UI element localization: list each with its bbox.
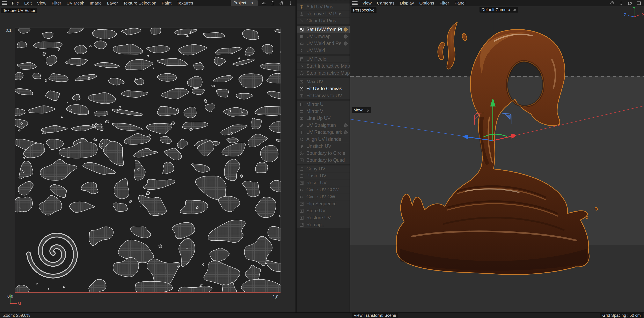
cmd-item-label: Restore UV	[306, 215, 350, 220]
mirror-u-icon	[297, 102, 306, 107]
hand-icon[interactable]	[278, 0, 284, 6]
panel-divider[interactable]	[350, 0, 350, 312]
cmd-item-label: Store UV	[306, 208, 350, 214]
cmd-item-uv-rectangularize[interactable]: UV Rectangularize	[297, 129, 350, 136]
cmd-item-max-uv[interactable]: Max UV	[297, 78, 350, 85]
gear-icon[interactable]	[342, 123, 350, 128]
project-dropdown-label: Project	[234, 0, 246, 5]
cmd-item-mirror-u[interactable]: Mirror U	[297, 101, 350, 108]
updown-icon[interactable]	[618, 0, 624, 6]
cmd-item-reset-uv[interactable]: Reset UV	[297, 180, 350, 186]
gear-icon[interactable]	[342, 130, 350, 135]
cmd-item-label: Add UV Pins	[306, 4, 350, 10]
cmd-item-restore-uv[interactable]: Restore UV	[297, 214, 350, 222]
restore-icon	[297, 216, 306, 220]
cmd-item-label: Paste UV	[306, 173, 350, 179]
menu-item-view[interactable]: View	[34, 0, 49, 6]
menu-item-texture-selection[interactable]: Texture Selection	[120, 0, 159, 6]
panel-drag-handle[interactable]	[298, 0, 348, 3]
cmd-item-uv-straighten[interactable]: UV Straighten	[297, 122, 350, 129]
menu-item-paint[interactable]: Paint	[159, 0, 174, 6]
cmd-item-uv-unwrap[interactable]: UV Unwrap	[297, 33, 350, 40]
cmd-item-remap[interactable]: Remap...	[297, 222, 350, 228]
gear-icon[interactable]	[342, 34, 350, 39]
clear-icon	[297, 18, 306, 24]
histogram-icon[interactable]	[261, 0, 266, 6]
unlock-icon[interactable]	[270, 0, 275, 6]
rotate-icon[interactable]	[627, 0, 633, 6]
menu-item-options[interactable]: Options	[416, 0, 437, 6]
command-group: Add UV PinsRemove UV PinsClear UV Pins	[297, 4, 350, 24]
menu-item-layer[interactable]: Layer	[104, 0, 121, 6]
cmd-item-label: UV Peeler	[306, 56, 350, 62]
camera-label[interactable]: Default Camera	[480, 7, 518, 12]
weld-icon	[297, 48, 306, 53]
command-group: Copy UVPaste UVReset UVCycle UV CCWCycle…	[297, 166, 350, 228]
uv-editor-menubar: FileEditViewFilterUV MeshImageLayerTextu…	[0, 0, 296, 6]
status-bar: Zoom: 259.0% View Transform: Scene Grid …	[0, 312, 644, 318]
proj-icon	[297, 27, 306, 32]
cmd-item-uv-weld-and-relax[interactable]: UV Weld and Relax	[297, 40, 350, 47]
menu-item-filter[interactable]: Filter	[437, 0, 452, 6]
cmd-item-start-interactive-mapping[interactable]: Start Interactive Mapping	[297, 63, 350, 70]
cmd-item-label: UV Weld and Relax	[306, 41, 342, 46]
cmd-item-line-up-uv[interactable]: Line Up UV	[297, 115, 350, 122]
project-dropdown[interactable]: Project ▾	[231, 0, 258, 6]
cmd-item-mirror-v[interactable]: Mirror V	[297, 108, 350, 115]
cmd-item-cycle-uv-cw[interactable]: Cycle UV CW	[297, 194, 350, 200]
view-label[interactable]: Perspective	[351, 8, 376, 13]
updown-icon[interactable]	[288, 0, 293, 6]
cmd-item-stop-interactive-mapping[interactable]: Stop Interactive Mapping	[297, 70, 350, 76]
align-icon	[297, 137, 306, 142]
menu-item-image[interactable]: Image	[87, 0, 104, 6]
cmd-item-label: Max UV	[306, 79, 350, 84]
pin-remove-icon	[297, 12, 306, 16]
cmd-item-store-uv[interactable]: Store UV	[297, 208, 350, 214]
active-tool-label: Move	[352, 107, 371, 113]
cmd-item-paste-uv[interactable]: Paste UV	[297, 172, 350, 180]
cmd-item-uv-peeler[interactable]: UV Peeler	[297, 56, 350, 63]
hamburger-menu-icon[interactable]	[352, 2, 358, 5]
hand-icon[interactable]	[610, 0, 615, 6]
cmd-item-label: Mirror U	[306, 102, 350, 107]
cmd-item-boundary-to-quad[interactable]: Boundary to Quad	[297, 157, 350, 164]
cmd-item-uv-weld[interactable]: UV Weld	[297, 47, 350, 54]
cmd-item-add-uv-pins[interactable]: Add UV Pins	[297, 4, 350, 10]
cmd-item-align-uv-islands[interactable]: Align UV Islands	[297, 136, 350, 143]
cmd-item-label: Fit UV to Canvas	[306, 86, 350, 92]
reset-icon	[297, 180, 306, 186]
cmd-item-cycle-uv-ccw[interactable]: Cycle UV CCW	[297, 186, 350, 194]
cmd-item-copy-uv[interactable]: Copy UV	[297, 166, 350, 172]
maximize-icon[interactable]	[636, 0, 642, 6]
cmd-item-label: Set UVW from Projection	[306, 27, 342, 32]
menu-item-textures[interactable]: Textures	[174, 0, 196, 6]
cmd-item-flip-sequence[interactable]: Flip Sequence	[297, 200, 350, 208]
menu-item-display[interactable]: Display	[397, 0, 416, 6]
cmd-item-boundary-to-circle[interactable]: Boundary to Circle	[297, 150, 350, 157]
gear-icon[interactable]	[342, 27, 350, 32]
lineup-icon	[297, 116, 306, 121]
viewport-canvas[interactable]: Y X Z Perspective Default Camera Move	[350, 6, 644, 312]
cmd-item-fit-canvas-to-uv[interactable]: Fit Canvas to UV	[297, 92, 350, 99]
paste-icon	[297, 174, 306, 178]
menu-item-edit[interactable]: Edit	[22, 0, 34, 6]
cmd-item-remove-uv-pins[interactable]: Remove UV Pins	[297, 10, 350, 18]
cmd-item-unstitch-uv[interactable]: Unstitch UV	[297, 143, 350, 150]
menu-item-panel[interactable]: Panel	[452, 0, 468, 6]
menu-item-uv-mesh[interactable]: UV Mesh	[64, 0, 87, 6]
menu-item-view[interactable]: View	[360, 0, 374, 6]
panel-title: Texture UV Editor	[1, 8, 37, 13]
menu-item-filter[interactable]: Filter	[49, 0, 64, 6]
menu-item-cameras[interactable]: Cameras	[374, 0, 397, 6]
cmd-item-set-uvw-from-projection[interactable]: Set UVW from Projection	[297, 26, 350, 33]
cmd-item-label: Remove UV Pins	[306, 11, 350, 17]
menu-item-file[interactable]: File	[9, 0, 22, 6]
gear-icon[interactable]	[342, 41, 350, 46]
panel-divider[interactable]	[296, 0, 297, 312]
hamburger-menu-icon[interactable]	[2, 2, 7, 5]
uv-canvas[interactable]	[15, 28, 281, 293]
cmd-item-clear-uv-pins[interactable]: Clear UV Pins	[297, 18, 350, 24]
cmd-item-fit-uv-to-canvas[interactable]: Fit UV to Canvas	[297, 85, 350, 92]
command-group: Max UVFit UV to CanvasFit Canvas to UV	[297, 78, 350, 99]
cmd-item-label: Remap...	[306, 222, 350, 228]
